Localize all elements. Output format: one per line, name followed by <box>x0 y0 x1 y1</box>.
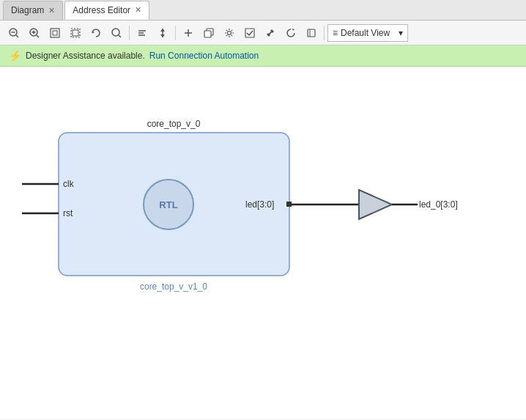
led-label: led[3:0] <box>245 199 274 210</box>
svg-marker-18 <box>160 29 165 32</box>
toolbar-sep-2 <box>175 26 176 40</box>
svg-rect-8 <box>53 31 57 35</box>
diagram-svg: core_top_v_0 RTL core_top_v_v1_0 clk rst… <box>0 67 526 419</box>
svg-rect-7 <box>51 29 59 37</box>
rst-label: rst <box>63 208 73 218</box>
designer-banner-icon: ⚡ <box>9 50 21 62</box>
reload-button[interactable] <box>281 23 300 43</box>
svg-line-2 <box>16 35 18 37</box>
svg-marker-19 <box>160 34 165 37</box>
fit-button[interactable] <box>45 23 64 43</box>
view-select-label: Default View <box>341 28 390 38</box>
refresh-button[interactable] <box>86 23 105 43</box>
fit-selection-button[interactable] <box>66 23 85 43</box>
distribute-button[interactable] <box>153 23 172 43</box>
svg-point-12 <box>112 29 119 36</box>
zoom-in-button[interactable] <box>25 23 44 43</box>
led-connector <box>286 202 292 207</box>
tab-diagram[interactable]: Diagram ✕ <box>3 1 63 20</box>
run-connection-automation-link[interactable]: Run Connection Automation <box>149 51 259 61</box>
copy-button[interactable] <box>199 23 218 43</box>
toolbar: ≡ Default View ▾ <box>0 21 526 45</box>
diagram-canvas: core_top_v_0 RTL core_top_v_v1_0 clk rst… <box>0 67 526 419</box>
tab-address-editor-close[interactable]: ✕ <box>135 5 141 15</box>
output-buffer <box>359 190 392 219</box>
svg-rect-23 <box>204 31 211 37</box>
rtl-label: RTL <box>159 199 177 210</box>
tab-diagram-close[interactable]: ✕ <box>48 6 55 15</box>
pin-button[interactable] <box>261 23 280 43</box>
tab-address-editor-label: Address Editor <box>73 5 130 15</box>
settings-button[interactable] <box>220 23 239 43</box>
svg-rect-28 <box>308 29 315 37</box>
block-title-bottom: core_top_v_v1_0 <box>140 281 207 292</box>
designer-banner-text: Designer Assistance available. <box>26 51 145 61</box>
block-title-top: core_top_v_0 <box>147 119 201 129</box>
svg-rect-25 <box>245 29 254 37</box>
search-button[interactable] <box>107 23 126 43</box>
toolbar-sep-3 <box>324 26 325 40</box>
tab-diagram-label: Diagram <box>11 5 44 15</box>
svg-rect-10 <box>73 30 78 36</box>
tab-address-editor[interactable]: Address Editor ✕ <box>64 1 149 20</box>
svg-marker-27 <box>292 29 295 31</box>
diff-button[interactable] <box>302 23 321 43</box>
align-button[interactable] <box>133 23 152 43</box>
tab-bar: Diagram ✕ Address Editor ✕ <box>0 0 526 21</box>
validate-button[interactable] <box>240 23 259 43</box>
clk-label: clk <box>63 179 75 189</box>
svg-point-24 <box>228 31 231 34</box>
led-out-label: led_0[3:0] <box>419 199 458 210</box>
view-select[interactable]: ≡ Default View ▾ <box>327 24 408 42</box>
view-select-icon: ≡ <box>333 28 338 38</box>
view-select-arrow: ▾ <box>399 28 403 38</box>
toolbar-sep-1 <box>129 26 130 40</box>
add-button[interactable] <box>179 23 198 43</box>
svg-line-13 <box>119 35 121 37</box>
svg-line-6 <box>37 35 39 37</box>
zoom-out-button[interactable] <box>4 23 23 43</box>
designer-banner: ⚡ Designer Assistance available. Run Con… <box>0 45 526 67</box>
